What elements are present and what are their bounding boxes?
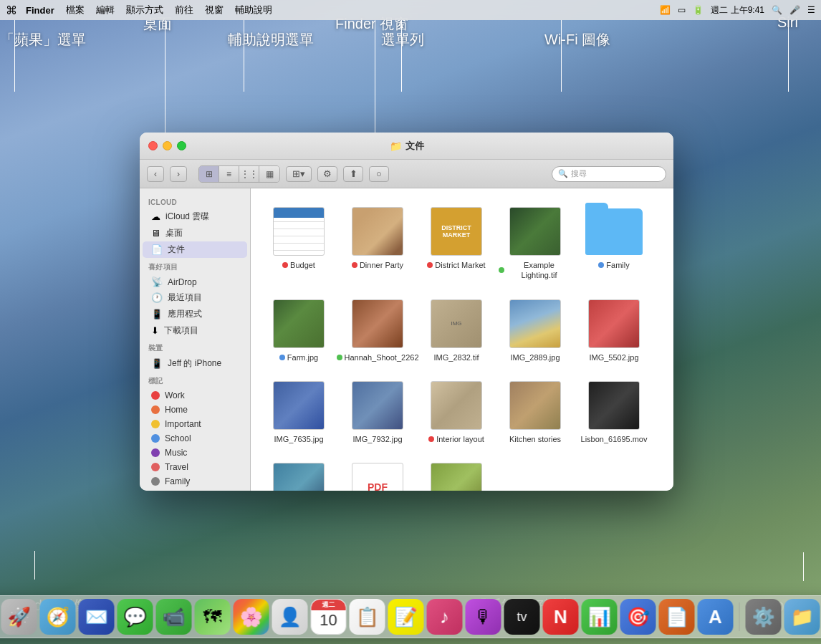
fullscreen-button[interactable] <box>177 141 186 150</box>
share-button[interactable]: ⬆ <box>343 166 363 182</box>
sidebar-favorites-label: 喜好項目 <box>140 258 250 274</box>
dock-mail[interactable]: ✉️ <box>79 599 115 635</box>
list-view-button[interactable]: ≡ <box>219 166 239 182</box>
menu-file[interactable]: 檔案 <box>66 4 85 16</box>
appletv-icon: tv <box>517 610 527 625</box>
view-buttons: ⊞ ≡ ⋮⋮ ▦ <box>198 165 280 183</box>
sidebar-desktop-label: 桌面 <box>165 227 183 239</box>
maps-icon: 🗺 <box>203 606 222 628</box>
sidebar-tag-family-label: Family <box>165 476 190 486</box>
gallery-view-button[interactable]: ▦ <box>259 166 279 182</box>
dock-notes[interactable]: 📝 <box>388 599 424 635</box>
dock-airdrop-folder[interactable]: 📁 <box>784 599 820 635</box>
sidebar-tag-family[interactable]: Family <box>143 474 247 489</box>
sidebar-all-tags[interactable]: 所有標記… <box>143 489 247 491</box>
sidebar-item-desktop[interactable]: 🖥 桌面 <box>143 225 247 241</box>
back-button[interactable]: ‹ <box>147 166 164 182</box>
dock-photos[interactable]: 🌸 <box>234 599 269 635</box>
sidebar-item-documents[interactable]: 📄 文件 <box>143 241 247 258</box>
file-item-interior[interactable]: Interior layout <box>417 374 496 450</box>
dock-calendar[interactable]: 週二 10 <box>311 599 347 635</box>
dock-reminders[interactable]: 📋 <box>350 599 385 635</box>
syspreferences-icon: ⚙️ <box>752 606 775 628</box>
close-button[interactable] <box>148 141 158 150</box>
sidebar-tag-music[interactable]: Music <box>143 446 247 460</box>
dock-appletv[interactable]: tv <box>504 599 540 635</box>
menu-view[interactable]: 顯示方式 <box>126 4 163 16</box>
search-box[interactable]: 🔍 搜尋 <box>552 166 666 182</box>
travel-tag-dot <box>151 463 160 471</box>
file-item-farm[interactable]: Farm.jpg <box>259 292 338 368</box>
file-item-img2832[interactable]: IMG IMG_2832.tif <box>417 292 496 368</box>
file-item-shoot-schedule[interactable]: Shoot Schedule.pdf <box>338 456 417 491</box>
dock-appstore[interactable]: A <box>698 599 734 635</box>
tag-button[interactable]: ○ <box>369 166 389 182</box>
sidebar-item-downloads[interactable]: ⬇ 下載項目 <box>143 322 247 339</box>
search-box-icon: 🔍 <box>558 169 568 178</box>
menu-help[interactable]: 輔助說明 <box>235 4 272 16</box>
apple-menu-button[interactable]: ⌘ <box>6 4 17 17</box>
dock-syspreferences[interactable]: ⚙️ <box>746 599 782 635</box>
file-item-family-folder[interactable]: Family <box>575 200 653 287</box>
dock-numbers[interactable]: 📊 <box>582 599 618 635</box>
sort-dropdown[interactable]: ⊞▾ <box>286 166 312 182</box>
file-item-img2889[interactable]: IMG_2889.jpg <box>496 292 575 368</box>
dock-music[interactable]: ♪ <box>427 599 463 635</box>
file-item-img5502[interactable]: IMG_5502.jpg <box>575 292 653 368</box>
dock-messages[interactable]: 💬 <box>117 599 153 635</box>
home-tag-dot <box>151 405 160 414</box>
dock-pages[interactable]: 📄 <box>659 599 695 635</box>
file-item-dinner-party[interactable]: Dinner Party <box>338 200 417 287</box>
news-icon: N <box>554 606 567 628</box>
dock-maps[interactable]: 🗺 <box>195 599 231 635</box>
file-item-hannah[interactable]: Hannah_Shoot_2262 <box>338 292 417 368</box>
wifi-icon[interactable]: 📶 <box>660 5 671 15</box>
minimize-button[interactable] <box>163 141 172 150</box>
column-view-button[interactable]: ⋮⋮ <box>239 166 259 182</box>
sidebar-item-icloud-drive[interactable]: ☁ iCloud 雲碟 <box>143 208 247 225</box>
file-item-scenic[interactable]: Scenic Pacific Trails <box>259 456 338 491</box>
dock-keynote[interactable]: 🎯 <box>620 599 656 635</box>
control-center-icon[interactable]: ☰ <box>807 5 815 15</box>
file-item-kitchen[interactable]: Kitchen stories <box>496 374 575 450</box>
action-button[interactable]: ⚙ <box>317 166 337 182</box>
dock-news[interactable]: N <box>543 599 579 635</box>
sidebar-tag-school[interactable]: School <box>143 431 247 446</box>
file-item-img7635[interactable]: IMG_7635.jpg <box>259 374 338 450</box>
sidebar-tag-important[interactable]: Important <box>143 417 247 431</box>
menu-go[interactable]: 前往 <box>175 4 193 16</box>
sidebar-iphone-label: Jeff 的 iPhone <box>168 357 221 370</box>
menu-edit[interactable]: 編輯 <box>96 4 115 16</box>
forward-button[interactable]: › <box>170 166 187 182</box>
facetime-icon: 📹 <box>163 606 186 628</box>
sidebar-item-airdrop[interactable]: 📡 AirDrop <box>143 274 247 289</box>
airplay-icon[interactable]: ▭ <box>678 5 686 15</box>
file-item-district-market[interactable]: DISTRICTMARKET District Market <box>417 200 496 287</box>
menu-window[interactable]: 視窗 <box>205 4 224 16</box>
sidebar-tag-travel[interactable]: Travel <box>143 460 247 474</box>
file-item-budget[interactable]: Budget <box>259 200 338 287</box>
sidebar-item-applications[interactable]: 📱 應用程式 <box>143 306 247 322</box>
file-item-lisbon[interactable]: Lisbon_61695.mov <box>575 374 653 450</box>
sidebar-item-recents[interactable]: 🕐 最近項目 <box>143 289 247 306</box>
finder-window: 📁 文件 ‹ › ⊞ ≡ ⋮⋮ ▦ ⊞▾ ⚙ ⬆ ○ 🔍 搜尋 iCloud ☁… <box>140 133 673 491</box>
dock-launchpad[interactable]: 🚀 <box>1 599 37 635</box>
downloads-icon: ⬇ <box>151 325 159 336</box>
file-item-img7932[interactable]: IMG_7932.jpg <box>338 374 417 450</box>
sidebar-item-iphone[interactable]: 📱 Jeff 的 iPhone <box>143 355 247 372</box>
file-item-example-lighting[interactable]: Example Lighting.tif <box>496 200 575 287</box>
window-body: iCloud ☁ iCloud 雲碟 🖥 桌面 📄 文件 喜好項目 📡 AirD… <box>140 188 673 491</box>
dock-contacts[interactable]: 👤 <box>272 599 308 635</box>
dock-facetime[interactable]: 📹 <box>156 599 192 635</box>
sidebar-tag-work[interactable]: Work <box>143 388 247 403</box>
sidebar-tag-home[interactable]: Home <box>143 403 247 417</box>
menu-finder[interactable]: Finder <box>26 5 54 16</box>
icon-view-button[interactable]: ⊞ <box>199 166 219 182</box>
siri-icon[interactable]: 🎤 <box>789 5 800 15</box>
window-title: 📁 文件 <box>390 140 424 153</box>
dock-podcasts[interactable]: 🎙 <box>466 599 501 635</box>
dock-safari[interactable]: 🧭 <box>40 599 76 635</box>
battery-icon[interactable]: 🔋 <box>693 5 704 15</box>
file-item-street-food[interactable]: Street Food in Bangkok <box>417 456 496 491</box>
search-menubar-icon[interactable]: 🔍 <box>772 5 782 15</box>
